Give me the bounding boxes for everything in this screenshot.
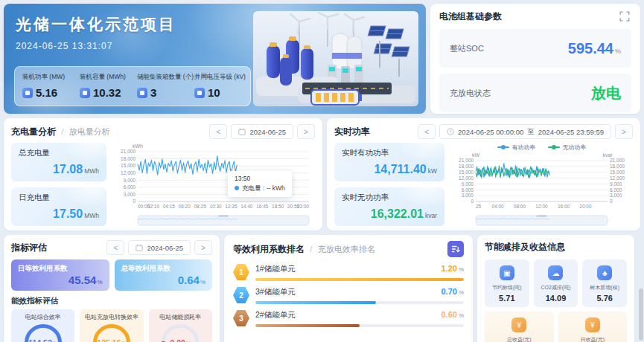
tab-utilization-ranking[interactable]: 等效利用系数排名 <box>233 244 305 254</box>
indicator-panel-title: 指标评估 <box>11 242 47 254</box>
svg-text:16:00: 16:00 <box>558 204 570 209</box>
co2-icon: ☁ <box>548 265 563 280</box>
range-sep: 至 <box>527 127 535 137</box>
svg-text:12:35: 12:35 <box>225 204 237 209</box>
station-efficiency-gauge: 电站综合效率 114.52% <box>11 309 74 342</box>
benefit-panel-title: 节能减排及收益信息 <box>485 241 627 254</box>
rank-bar-track <box>255 301 464 304</box>
svg-text:0: 0 <box>471 199 474 204</box>
datetime-range-picker[interactable]: 2024-06-25 00:00:00 至 2024-06-25 23:59:5… <box>439 124 611 139</box>
svg-text:02:10: 02:10 <box>147 204 160 209</box>
project-header-panel: 光储一体化示范项目 2024-06-25 13:31:07 装机功率 (MW) … <box>4 4 426 114</box>
stat-value: 10 <box>208 86 220 99</box>
ranking-row: 3 2#储能单元 0.60% <box>233 309 464 327</box>
chart-tooltip: 13:50 充电量 : -- kWh <box>228 171 292 197</box>
date-picker[interactable]: 2024-06-25 <box>128 240 191 255</box>
charge-status-label: 充放电状态 <box>450 88 491 99</box>
page-title: 光储一体化示范项目 <box>16 14 244 35</box>
legend-marker <box>548 146 560 148</box>
prev-day-button[interactable]: < <box>106 240 124 255</box>
svg-text:14:40: 14:40 <box>240 204 253 209</box>
svg-text:18:50: 18:50 <box>272 204 284 209</box>
voltage-icon <box>194 88 205 98</box>
svg-text:9,000: 9,000 <box>462 181 474 187</box>
current-timestamp: 2024-06-25 13:31:07 <box>16 41 244 51</box>
tree-added-card: ♣ 树木新增(棵) 5.76 <box>582 259 627 307</box>
stat-value: 3 <box>150 86 156 99</box>
rank-bar-track <box>255 278 464 281</box>
rank-bar <box>255 301 376 304</box>
svg-text:12,000: 12,000 <box>459 175 474 181</box>
fullscreen-icon[interactable] <box>619 11 631 23</box>
rank-badge: 2 <box>233 286 249 304</box>
svg-text:6,000: 6,000 <box>462 187 474 193</box>
tab-efficiency-ranking[interactable]: 充放电效率排名 <box>318 245 375 254</box>
calendar-icon <box>136 244 143 251</box>
legend-active-power[interactable]: 有功功率 <box>497 143 536 152</box>
tab-discharge-analysis[interactable]: 放电量分析 <box>69 127 110 136</box>
svg-text:15,000: 15,000 <box>459 170 474 175</box>
energy-saving-benefit-panel: 节能减排及收益信息 ▣ 节约标煤(吨) 5.71 ☁ CO2减排(吨) 14.0… <box>477 235 634 342</box>
soc-value: 595.44% <box>568 40 621 57</box>
prev-range-button[interactable]: < <box>418 124 436 139</box>
svg-text:15,000: 15,000 <box>610 170 625 175</box>
power-line-chart[interactable]: 003,0003,0006,0006,0009,0009,00012,00012… <box>450 152 633 226</box>
svg-text:6,000: 6,000 <box>610 187 622 193</box>
chart-legend: 有功功率 无功功率 <box>450 143 633 152</box>
stat-label: 并网电压等级 (kV) <box>194 73 243 82</box>
series-dot <box>235 186 239 190</box>
next-day-button[interactable]: > <box>297 124 315 139</box>
conversion-efficiency-gauge: 电站充放电转换效率 125.16% <box>80 309 143 342</box>
daily-revenue-card: ¥ 日收益(元) 11,523.49 <box>558 312 628 342</box>
stat-label: 装机容量 (MWh) <box>80 73 128 82</box>
realtime-power-panel: 实时功率 < 2024-06-25 00:00:00 至 2024-06-25 … <box>327 118 640 230</box>
stat-value: 5.16 <box>36 86 57 99</box>
ranking-row: 2 3#储能单元 0.70% <box>233 286 464 304</box>
svg-text:21,000: 21,000 <box>610 158 625 163</box>
stat-installed-power: 装机功率 (MW) 5.16 <box>22 73 71 99</box>
rank-bar <box>255 278 464 281</box>
power-icon <box>22 88 33 98</box>
gauge-ring: 114.52% <box>25 324 62 342</box>
svg-text:6,000: 6,000 <box>124 184 136 190</box>
total-revenue-card: ¥ 总收益(元) 10,427.70 <box>485 312 554 342</box>
sort-icon[interactable] <box>447 241 464 257</box>
svg-text:08:00: 08:00 <box>514 204 526 209</box>
capacity-icon <box>80 88 90 98</box>
daily-revenue-icon: ¥ <box>585 317 600 332</box>
legend-reactive-power[interactable]: 无功功率 <box>548 143 587 152</box>
next-range-button[interactable]: > <box>615 124 633 139</box>
prev-day-button[interactable]: < <box>209 124 227 139</box>
svg-text:18,000: 18,000 <box>610 164 625 169</box>
svg-text:04:00: 04:00 <box>491 204 504 209</box>
indicator-evaluation-panel: 指标评估 < 2024-06-25 > 日等效利用系数 45.54% 总等效利用… <box>4 235 220 342</box>
svg-text:06:20: 06:20 <box>179 204 191 209</box>
utilization-ranking-panel: 等效利用系数排名 / 充放电效率排名 1 1#储能单元 1.20% 2 3#储能… <box>224 235 473 342</box>
soc-row: 整站SOC 595.44% <box>439 29 631 68</box>
svg-text:kvar: kvar <box>602 152 613 158</box>
next-day-button[interactable]: > <box>194 240 212 255</box>
charge-analysis-panel: 充电量分析 / 放电量分析 < 2024-06-25 > 总充电量 17.08M… <box>4 118 322 230</box>
reactive-power-card: 实时无功功率 16,322.01kvar <box>334 187 444 226</box>
tree-icon: ♣ <box>597 265 612 280</box>
svg-text:3,000: 3,000 <box>124 192 136 197</box>
svg-text:18,000: 18,000 <box>459 164 474 169</box>
svg-text:0: 0 <box>610 199 613 204</box>
soc-label: 整站SOC <box>450 43 484 54</box>
svg-text:kW: kW <box>472 152 480 158</box>
stat-container-count: 储能集装箱数量 (个) 3 <box>137 73 185 99</box>
date-value: 2024-06-25 <box>147 244 183 252</box>
tab-charge-analysis[interactable]: 充电量分析 <box>11 126 56 137</box>
date-picker[interactable]: 2024-06-25 <box>231 124 293 139</box>
svg-text:9,000: 9,000 <box>610 181 622 187</box>
storage-loss-gauge: 电站储能损耗率 0.00% <box>149 309 212 342</box>
stat-label: 装机功率 (MW) <box>22 73 71 82</box>
ranking-row: 1 1#储能单元 1.20% <box>233 263 464 281</box>
battery-params-panel: 电池组基础参数 整站SOC 595.44% 充放电状态 放电 <box>430 4 640 114</box>
gauge-ring: 125.16% <box>93 324 130 342</box>
svg-text:21,000: 21,000 <box>121 149 136 154</box>
vertical-scrollbar[interactable] <box>639 288 643 341</box>
container-icon <box>137 88 147 98</box>
unit-name: 3#储能单元 <box>255 287 296 297</box>
battery-panel-title: 电池组基础参数 <box>439 10 502 23</box>
